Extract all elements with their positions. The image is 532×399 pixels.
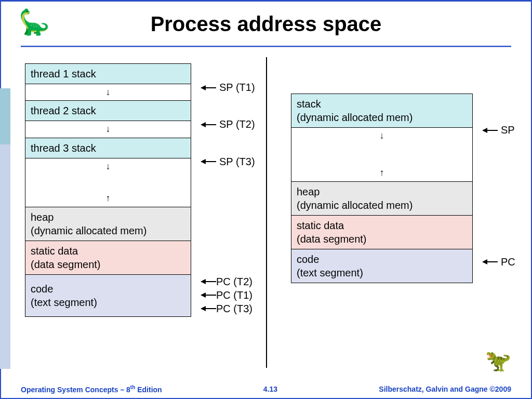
sp-t1-pointer: SP (T1) bbox=[201, 82, 255, 94]
footer-left: Operating System Concepts – 8th Edition bbox=[21, 384, 162, 394]
thread3-growth bbox=[25, 158, 191, 175]
code-segment: code(text segment) bbox=[25, 274, 191, 317]
pc-t2-pointer: PC (T2) bbox=[201, 276, 252, 287]
svg-marker-7 bbox=[201, 279, 206, 284]
thread1-stack: thread 1 stack bbox=[25, 63, 191, 84]
thread2-growth bbox=[25, 121, 191, 137]
diagram-area: thread 1 stack SP (T1) thread 2 stack SP… bbox=[21, 57, 511, 368]
right-diagram: stack(dynamic allocated mem) SP heap(dyn… bbox=[291, 94, 504, 283]
sp-t3-pointer: SP (T3) bbox=[201, 156, 255, 168]
thread3-stack: thread 3 stack bbox=[25, 138, 191, 158]
svg-marker-9 bbox=[201, 292, 206, 298]
free-space-r bbox=[291, 144, 473, 165]
footer-page-number: 4.13 bbox=[263, 385, 277, 393]
pc-t3-pointer: PC (T3) bbox=[201, 303, 252, 314]
sp-t2-pointer: SP (T2) bbox=[201, 118, 255, 130]
side-accent bbox=[0, 88, 10, 369]
heap-growth bbox=[25, 190, 191, 206]
svg-marker-15 bbox=[482, 259, 487, 264]
heap-segment-r: heap(dynamic allocated mem) bbox=[291, 181, 473, 215]
footer-right: Silberschatz, Galvin and Gagne ©2009 bbox=[379, 385, 511, 393]
vertical-divider bbox=[266, 57, 267, 368]
heap-segment: heap(dynamic allocated mem) bbox=[25, 207, 191, 241]
svg-marker-5 bbox=[201, 159, 206, 164]
heap-growth-r bbox=[291, 165, 473, 181]
svg-marker-1 bbox=[201, 85, 206, 90]
code-segment-r: code(text segment) bbox=[291, 249, 473, 283]
free-space bbox=[25, 175, 191, 190]
svg-marker-11 bbox=[201, 306, 206, 311]
left-diagram: thread 1 stack SP (T1) thread 2 stack SP… bbox=[25, 63, 264, 317]
thread1-growth bbox=[25, 84, 191, 100]
footer: Operating System Concepts – 8th Edition … bbox=[21, 384, 511, 394]
svg-marker-3 bbox=[201, 122, 206, 127]
stack-growth-r bbox=[291, 127, 473, 144]
pc-t1-pointer: PC (T1) bbox=[201, 290, 252, 300]
pc-pointer-r: PC bbox=[482, 256, 515, 268]
static-data-segment: static data(data segment) bbox=[25, 241, 191, 274]
title-rule bbox=[21, 46, 511, 47]
slide-title: Process address space bbox=[0, 12, 532, 36]
svg-marker-13 bbox=[482, 128, 487, 133]
thread2-stack: thread 2 stack bbox=[25, 100, 191, 121]
sp-pointer-r: SP bbox=[482, 124, 515, 136]
static-data-segment-r: static data(data segment) bbox=[291, 215, 473, 249]
stack-segment-r: stack(dynamic allocated mem) bbox=[291, 94, 473, 127]
